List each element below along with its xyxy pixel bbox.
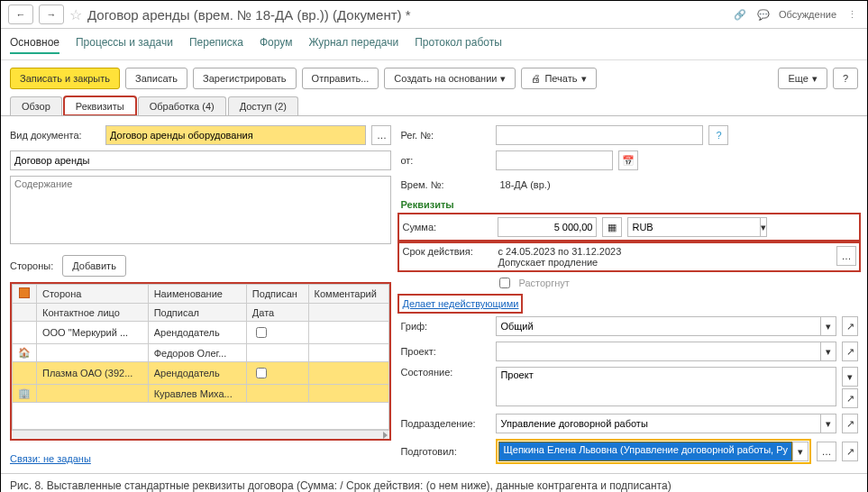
subject-input[interactable] xyxy=(10,150,391,170)
kind-label: Вид документа: xyxy=(10,130,100,141)
register-button[interactable]: Зарегистрировать xyxy=(193,68,297,89)
project-input[interactable] xyxy=(496,342,820,361)
links-not-set[interactable]: Связи: не заданы xyxy=(10,453,91,464)
calendar-icon[interactable]: 📅 xyxy=(618,150,638,170)
period-text: с 24.05.2023 по 31.12.2023 Допускает про… xyxy=(498,246,831,268)
dept-input[interactable] xyxy=(496,414,820,433)
help-button[interactable]: ? xyxy=(833,68,858,89)
table-row-empty xyxy=(13,403,389,430)
content-textarea[interactable] xyxy=(10,176,391,244)
temp-value: 18-ДА (вр.) xyxy=(496,176,553,194)
signed-checkbox[interactable] xyxy=(256,327,267,338)
terminated-checkbox[interactable] xyxy=(499,278,510,288)
project-open[interactable]: ↗ xyxy=(842,342,858,361)
star-icon[interactable]: ☆ xyxy=(69,6,82,23)
invalidates-link[interactable]: Делает недействующими xyxy=(402,298,518,309)
prep-open[interactable]: ↗ xyxy=(842,442,858,461)
state-label: Состояние: xyxy=(400,367,490,378)
chat-icon[interactable]: 💬 xyxy=(755,6,772,23)
col-date[interactable]: Дата xyxy=(246,304,308,322)
state-open[interactable]: ↗ xyxy=(842,388,858,408)
kind-select-button[interactable]: … xyxy=(371,125,391,145)
table-row[interactable]: 🏠 Федоров Олег... xyxy=(13,344,389,362)
create-based-button[interactable]: Создать на основании ▾ xyxy=(384,68,516,89)
chevron-down-icon: ▾ xyxy=(581,73,587,85)
tab-req[interactable]: Реквизиты xyxy=(64,96,136,115)
reg-input[interactable] xyxy=(496,125,703,145)
link-forum[interactable]: Форум xyxy=(260,36,292,54)
terminated-label: Расторгнут xyxy=(518,278,569,288)
page-title: Договор аренды (врем. № 18-ДА (вр.)) (До… xyxy=(87,7,726,23)
project-label: Проект: xyxy=(400,346,490,357)
sum-input[interactable] xyxy=(498,217,597,237)
more-button[interactable]: Еще ▾ xyxy=(778,68,827,89)
prep-input[interactable]: Щепкина Елена Львовна (Управление догово… xyxy=(498,442,792,461)
nav-back[interactable]: ← xyxy=(8,5,33,24)
reg-label: Рег. №: xyxy=(400,130,490,141)
period-label: Срок действия: xyxy=(402,246,492,257)
building-icon: 🏢 xyxy=(18,387,31,398)
currency-input[interactable] xyxy=(627,217,760,237)
tab-proc[interactable]: Обработка (4) xyxy=(138,96,226,115)
dept-open[interactable]: ↗ xyxy=(842,414,858,433)
more-icon[interactable]: ⋮ xyxy=(844,6,860,23)
print-button[interactable]: 🖨 Печать ▾ xyxy=(521,68,596,89)
tab-access[interactable]: Доступ (2) xyxy=(228,96,298,115)
signed-checkbox[interactable] xyxy=(256,368,267,378)
grif-open[interactable]: ↗ xyxy=(842,316,858,336)
project-dd[interactable]: ▾ xyxy=(820,342,836,361)
nav-fwd[interactable]: → xyxy=(39,5,64,24)
link-icon[interactable]: 🔗 xyxy=(732,6,748,23)
h-scrollbar[interactable] xyxy=(12,430,389,439)
col-signed[interactable]: Подписан xyxy=(246,285,308,304)
reg-help[interactable]: ? xyxy=(708,125,728,145)
calc-icon[interactable]: ▦ xyxy=(602,217,622,237)
table-row[interactable]: ООО "Меркурий ... Арендодатель xyxy=(13,322,389,344)
add-party-button[interactable]: Добавить xyxy=(62,255,126,277)
link-corr[interactable]: Переписка xyxy=(189,36,243,54)
req-header: Реквизиты xyxy=(400,199,858,210)
col-contact[interactable]: Контактное лицо xyxy=(37,304,149,322)
dept-label: Подразделение: xyxy=(400,418,490,429)
currency-dd[interactable]: ▾ xyxy=(760,217,767,237)
from-input[interactable] xyxy=(496,150,613,170)
period-button[interactable]: … xyxy=(836,246,856,266)
prep-dd[interactable]: ▾ xyxy=(792,442,809,461)
prep-select[interactable]: … xyxy=(817,442,836,461)
figure-caption: Рис. 8. Выставленные стандартные реквизи… xyxy=(1,473,867,492)
prep-label: Подготовил: xyxy=(400,446,490,457)
temp-label: Врем. №: xyxy=(400,179,490,190)
chevron-down-icon: ▾ xyxy=(500,73,506,85)
link-proc[interactable]: Процессы и задачи xyxy=(76,36,173,54)
parties-table: Сторона Наименование Подписан Комментари… xyxy=(10,282,391,441)
sum-label: Сумма: xyxy=(402,222,492,232)
house-icon: 🏠 xyxy=(18,347,31,358)
discussion-link[interactable]: Обсуждение xyxy=(779,9,836,20)
save-button[interactable]: Записать xyxy=(125,68,187,89)
table-row[interactable]: 🏢 Куравлев Миха... xyxy=(13,385,389,403)
link-journal[interactable]: Журнал передачи xyxy=(308,36,398,54)
link-proto[interactable]: Протокол работы xyxy=(415,36,502,54)
send-button[interactable]: Отправить... xyxy=(302,68,379,89)
col-side[interactable]: Сторона xyxy=(37,285,149,304)
col-icon xyxy=(13,285,37,304)
parties-label: Стороны: xyxy=(10,260,53,271)
link-main[interactable]: Основное xyxy=(10,36,59,54)
state-dd[interactable]: ▾ xyxy=(842,367,858,387)
state-input[interactable]: Проект xyxy=(496,367,836,406)
grif-dd[interactable]: ▾ xyxy=(820,316,836,336)
col-comment[interactable]: Комментарий xyxy=(308,285,389,304)
col-name[interactable]: Наименование xyxy=(148,285,246,304)
grif-label: Гриф: xyxy=(400,321,490,332)
from-label: от: xyxy=(400,155,490,166)
save-close-button[interactable]: Записать и закрыть xyxy=(10,68,120,89)
tab-overview[interactable]: Обзор xyxy=(10,96,62,115)
col-signed2[interactable]: Подписал xyxy=(148,304,246,322)
grif-input[interactable] xyxy=(496,316,820,336)
dept-dd[interactable]: ▾ xyxy=(820,414,836,433)
kind-input[interactable] xyxy=(105,125,366,145)
table-row[interactable]: Плазма ОАО (392... Арендодатель xyxy=(13,362,389,385)
